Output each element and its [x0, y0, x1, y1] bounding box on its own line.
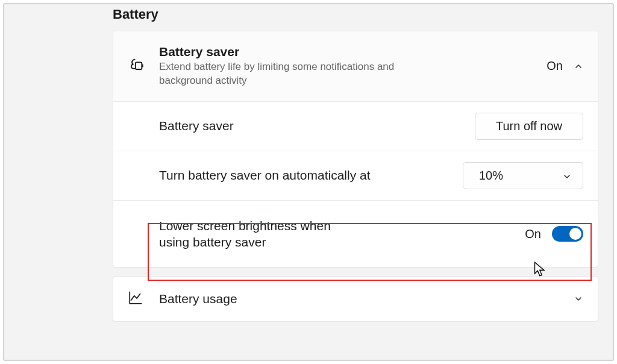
battery-saver-sub-label: Battery saver — [159, 119, 475, 133]
lower-brightness-status: On — [525, 227, 541, 241]
lower-brightness-label: Lower screen brightness when using batte… — [159, 218, 352, 251]
section-title-battery: Battery — [113, 7, 613, 22]
chevron-down-icon — [562, 171, 572, 180]
battery-saver-header[interactable]: Battery saver Extend battery life by lim… — [113, 31, 598, 102]
battery-saver-panel: Battery saver Extend battery life by lim… — [113, 31, 598, 268]
lower-brightness-toggle[interactable] — [552, 226, 583, 242]
battery-saver-status: On — [547, 59, 563, 73]
lower-brightness-row: Lower screen brightness when using batte… — [113, 201, 598, 268]
battery-usage-row[interactable]: Battery usage — [113, 277, 598, 321]
toggle-knob — [569, 228, 581, 240]
battery-saver-icon — [128, 57, 145, 76]
battery-saver-toggle-row: Battery saver Turn off now — [113, 102, 598, 151]
svg-rect-1 — [142, 64, 143, 67]
battery-saver-auto-label: Turn battery saver on automatically at — [159, 168, 463, 183]
turn-off-now-button[interactable]: Turn off now — [475, 113, 583, 140]
battery-saver-threshold-dropdown[interactable]: 10% — [463, 162, 583, 189]
chevron-down-icon[interactable] — [574, 294, 583, 304]
battery-saver-description: Extend battery life by limiting some not… — [159, 60, 424, 88]
svg-rect-0 — [136, 62, 142, 69]
battery-usage-title: Battery usage — [159, 292, 574, 306]
chart-icon — [128, 290, 143, 308]
battery-saver-title: Battery saver — [159, 45, 547, 59]
chevron-up-icon[interactable] — [574, 61, 583, 71]
battery-saver-threshold-value: 10% — [479, 169, 503, 183]
battery-saver-auto-row: Turn battery saver on automatically at 1… — [113, 151, 598, 201]
battery-usage-panel[interactable]: Battery usage — [113, 276, 598, 322]
